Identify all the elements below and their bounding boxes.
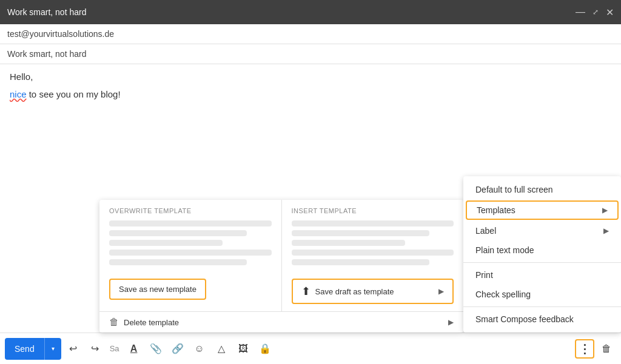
blur-line xyxy=(109,240,223,246)
blur-line xyxy=(292,220,454,227)
send-main[interactable]: Send xyxy=(5,338,44,360)
insert-template-col: INSERT TEMPLATE ⬆ Save draft as template… xyxy=(282,200,464,311)
context-menu-item-smart-compose[interactable]: Smart Compose feedback xyxy=(463,309,621,329)
context-menu-item-spellcheck[interactable]: Check spelling xyxy=(463,285,621,304)
link-button[interactable]: 🔗 xyxy=(168,339,187,359)
delete-template-button[interactable]: 🗑 Delete template ▶ xyxy=(99,311,463,333)
to-field[interactable]: test@yourvirtualsolutions.de xyxy=(0,24,621,44)
menu-divider-2 xyxy=(463,306,621,307)
highlighted-word: nice xyxy=(10,89,27,99)
insert-label: INSERT TEMPLATE xyxy=(292,207,454,214)
drive-button[interactable]: △ xyxy=(212,339,231,359)
menu-divider-1 xyxy=(463,262,621,263)
minimize-button[interactable]: — xyxy=(576,7,585,18)
blur-line xyxy=(292,230,429,236)
blur-line xyxy=(292,240,405,246)
attach-icon: 📎 xyxy=(150,343,162,354)
redo-button[interactable]: ↪ xyxy=(86,339,105,359)
greeting-line: Hello, xyxy=(10,71,611,82)
delete-compose-button[interactable]: 🗑 xyxy=(597,339,616,359)
more-options-button[interactable]: ⋮ xyxy=(575,339,594,359)
templates-panel: OVERWRITE TEMPLATE Save as new template … xyxy=(99,200,463,333)
lock-icon: 🔒 xyxy=(259,343,271,354)
context-menu-item-print[interactable]: Print xyxy=(463,265,621,285)
delete-template-arrow: ▶ xyxy=(448,318,454,326)
to-value: test@yourvirtualsolutions.de xyxy=(7,29,114,39)
plaintext-label: Plain text mode xyxy=(475,245,534,255)
save-draft-label: Save draft as template xyxy=(315,287,394,296)
context-menu-item-plaintext[interactable]: Plain text mode xyxy=(463,240,621,260)
spellcheck-label: Check spelling xyxy=(475,290,531,299)
compose-title: Work smart, not hard xyxy=(7,7,86,17)
greeting-text: Hello, xyxy=(10,71,33,82)
drive-icon: △ xyxy=(218,343,225,354)
redo-icon: ↪ xyxy=(91,343,99,354)
blur-line xyxy=(109,259,247,265)
context-menu-item-templates[interactable]: Templates ▶ xyxy=(466,200,619,220)
compose-header: Work smart, not hard — ⤢ ✕ xyxy=(0,0,621,24)
context-menu-item-label[interactable]: Label ▶ xyxy=(463,221,621,240)
templates-columns: OVERWRITE TEMPLATE Save as new template … xyxy=(99,200,463,311)
templates-label: Templates xyxy=(477,205,515,215)
label-arrow: ▶ xyxy=(603,227,609,235)
smart-compose-label: Smart Compose feedback xyxy=(475,314,574,324)
maximize-button[interactable]: ⤢ xyxy=(592,8,599,16)
blur-line xyxy=(109,250,272,256)
emoji-button[interactable]: ☺ xyxy=(190,339,209,359)
lock-button[interactable]: 🔒 xyxy=(255,339,275,359)
undo-button[interactable]: ↩ xyxy=(64,339,83,359)
link-icon: 🔗 xyxy=(172,343,184,354)
blur-line xyxy=(292,259,429,265)
fullscreen-label: Default to full screen xyxy=(475,185,553,194)
compose-window: Work smart, not hard — ⤢ ✕ test@yourvirt… xyxy=(0,0,621,364)
header-actions: — ⤢ ✕ xyxy=(576,7,614,18)
blur-line xyxy=(109,220,272,227)
label-label: Label xyxy=(475,226,496,236)
save-draft-icon: ⬆ xyxy=(301,285,310,298)
emoji-icon: ☺ xyxy=(194,343,204,354)
delete-template-icon: 🗑 xyxy=(109,317,119,328)
photo-icon: 🖼 xyxy=(238,343,248,354)
compose-toolbar: Send ▾ ↩ ↪ Sa A 📎 🔗 ☺ △ 🖼 🔒 xyxy=(0,333,621,364)
attach-button[interactable]: 📎 xyxy=(146,339,166,359)
templates-arrow: ▶ xyxy=(602,206,608,214)
context-menu-item-fullscreen[interactable]: Default to full screen xyxy=(463,180,621,199)
photo-button[interactable]: 🖼 xyxy=(233,339,253,359)
send-button[interactable]: Send ▾ xyxy=(5,338,61,360)
trash-icon: 🗑 xyxy=(602,343,611,354)
formatting-icon: A xyxy=(130,343,138,354)
context-menu: Default to full screen Templates ▶ Label… xyxy=(463,176,621,333)
send-arrow[interactable]: ▾ xyxy=(44,338,61,360)
overwrite-label: OVERWRITE TEMPLATE xyxy=(109,207,272,214)
print-label: Print xyxy=(475,270,493,280)
overwrite-template-col: OVERWRITE TEMPLATE Save as new template xyxy=(99,200,282,311)
save-draft-arrow: ▶ xyxy=(438,287,444,296)
save-draft-template-button[interactable]: ⬆ Save draft as template ▶ xyxy=(292,279,454,304)
body-text: to see you on my blog! xyxy=(29,89,121,99)
formatting-button[interactable]: A xyxy=(124,339,144,359)
blur-line xyxy=(109,230,247,236)
body-line: nice to see you on my blog! xyxy=(10,89,611,99)
blur-line xyxy=(292,250,454,256)
more-options-icon: ⋮ xyxy=(579,342,591,356)
save-new-template-button[interactable]: Save as new template xyxy=(109,279,206,300)
subject-value: Work smart, not hard xyxy=(7,49,86,59)
delete-template-label: Delete template xyxy=(124,318,179,327)
undo-icon: ↩ xyxy=(69,343,77,354)
sa-label[interactable]: Sa xyxy=(107,339,122,359)
subject-field[interactable]: Work smart, not hard xyxy=(0,44,621,64)
close-button[interactable]: ✕ xyxy=(606,7,614,18)
